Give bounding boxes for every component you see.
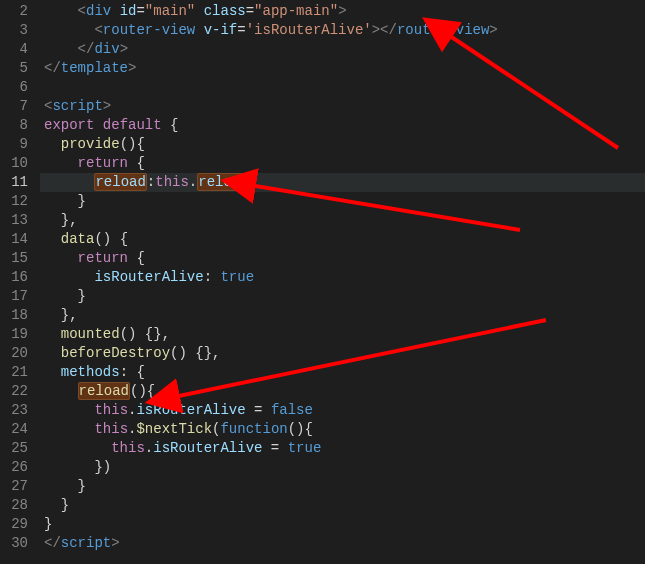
token: <: [94, 22, 102, 38]
token: }: [78, 478, 86, 494]
token: ,: [69, 307, 77, 323]
line-number: 22: [8, 382, 28, 401]
token: {: [136, 136, 144, 152]
token: }: [44, 516, 52, 532]
line-number: 28: [8, 496, 28, 515]
token: [162, 117, 170, 133]
code-line[interactable]: }: [40, 496, 645, 515]
token: (): [130, 383, 147, 399]
code-line[interactable]: <router-view v-if='isRouterAlive'></rout…: [40, 21, 645, 40]
token: reload: [197, 173, 249, 191]
token: default: [103, 117, 162, 133]
code-line[interactable]: return {: [40, 154, 645, 173]
line-number: 9: [8, 135, 28, 154]
token: [94, 117, 102, 133]
code-line[interactable]: return {: [40, 249, 645, 268]
line-number: 25: [8, 439, 28, 458]
line-number: 14: [8, 230, 28, 249]
token: template: [61, 60, 128, 76]
line-number: 13: [8, 211, 28, 230]
token: >: [103, 98, 111, 114]
token: [111, 3, 119, 19]
code-line[interactable]: this.isRouterAlive = false: [40, 401, 645, 420]
code-line[interactable]: }: [40, 192, 645, 211]
token: </: [78, 41, 95, 57]
token: isRouterAlive: [136, 402, 245, 418]
code-line[interactable]: data() {: [40, 230, 645, 249]
code-line[interactable]: isRouterAlive: true: [40, 268, 645, 287]
code-line[interactable]: }): [40, 458, 645, 477]
token: :: [204, 269, 221, 285]
token: </: [380, 22, 397, 38]
code-line[interactable]: </script>: [40, 534, 645, 553]
token: export: [44, 117, 94, 133]
token: =: [246, 3, 254, 19]
code-line[interactable]: }: [40, 287, 645, 306]
code-line[interactable]: reload:this.reload: [40, 173, 645, 192]
code-line[interactable]: export default {: [40, 116, 645, 135]
code-line[interactable]: this.isRouterAlive = true: [40, 439, 645, 458]
line-number: 15: [8, 249, 28, 268]
token: :: [120, 364, 137, 380]
code-line[interactable]: }: [40, 515, 645, 534]
token: {}: [195, 345, 212, 361]
token: 'isRouterAlive': [246, 22, 372, 38]
token: {: [305, 421, 313, 437]
code-line[interactable]: mounted() {},: [40, 325, 645, 344]
code-line[interactable]: provide(){: [40, 135, 645, 154]
token: {: [136, 155, 144, 171]
token: return: [78, 250, 128, 266]
line-number: 10: [8, 154, 28, 173]
line-number: 21: [8, 363, 28, 382]
token: >: [111, 535, 119, 551]
code-line[interactable]: </template>: [40, 59, 645, 78]
token: }): [94, 459, 111, 475]
token: true: [288, 440, 322, 456]
token: =: [262, 440, 287, 456]
code-line[interactable]: reload(){: [40, 382, 645, 401]
token: mounted: [61, 326, 120, 342]
token: (): [120, 136, 137, 152]
token: {: [147, 383, 155, 399]
token: =: [237, 22, 245, 38]
token: reload: [78, 382, 130, 400]
code-line[interactable]: <script>: [40, 97, 645, 116]
code-line[interactable]: this.$nextTick(function(){: [40, 420, 645, 439]
line-number: 29: [8, 515, 28, 534]
line-number-gutter: 2345678910111213141516171819202122232425…: [0, 0, 40, 564]
token: methods: [61, 364, 120, 380]
code-editor[interactable]: 2345678910111213141516171819202122232425…: [0, 0, 645, 564]
token: }: [61, 497, 69, 513]
token: </: [44, 60, 61, 76]
line-number: 18: [8, 306, 28, 325]
line-number: 12: [8, 192, 28, 211]
token: isRouterAlive: [94, 269, 203, 285]
token: data: [61, 231, 95, 247]
code-line[interactable]: <div id="main" class="app-main">: [40, 2, 645, 21]
line-number: 23: [8, 401, 28, 420]
token: {: [136, 250, 144, 266]
token: v-if: [204, 22, 238, 38]
token: >: [338, 3, 346, 19]
token: >: [372, 22, 380, 38]
token: "app-main": [254, 3, 338, 19]
code-line[interactable]: [40, 78, 645, 97]
code-line[interactable]: beforeDestroy() {},: [40, 344, 645, 363]
token: script: [61, 535, 111, 551]
token: (): [120, 326, 145, 342]
token: >: [120, 41, 128, 57]
token: [195, 3, 203, 19]
code-line[interactable]: methods: {: [40, 363, 645, 382]
line-number: 20: [8, 344, 28, 363]
line-number: 24: [8, 420, 28, 439]
code-line[interactable]: },: [40, 211, 645, 230]
code-line[interactable]: </div>: [40, 40, 645, 59]
code-line[interactable]: }: [40, 477, 645, 496]
code-area[interactable]: <div id="main" class="app-main"> <router…: [40, 0, 645, 564]
token: <: [78, 3, 86, 19]
token: }: [61, 212, 69, 228]
token: ,: [162, 326, 170, 342]
token: ,: [69, 212, 77, 228]
token: {: [170, 117, 178, 133]
code-line[interactable]: },: [40, 306, 645, 325]
